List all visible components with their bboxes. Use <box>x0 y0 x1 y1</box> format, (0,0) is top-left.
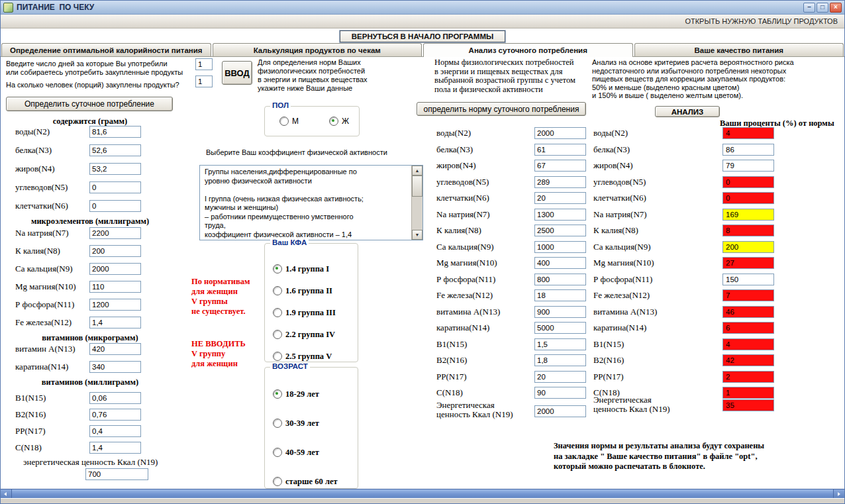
analysis-energy-box[interactable]: 35 <box>722 399 774 411</box>
daily-consumption-button[interactable]: Определить суточное потребление <box>6 97 173 111</box>
field-label: Р фосфора(N11) <box>436 274 534 285</box>
open-products-table-menu-item[interactable]: ОТКРЫТЬ НУЖНУЮ ТАБЛИЦУ ПРОДУКТОВ <box>685 17 838 25</box>
kfa-info-box[interactable]: Группы населения,дифференцированные по у… <box>199 165 423 240</box>
field-input[interactable] <box>89 245 141 257</box>
field-input[interactable] <box>534 257 586 269</box>
radio-label: 30-39 лет <box>285 419 319 428</box>
percent-box[interactable]: 8 <box>722 225 774 236</box>
tab[interactable]: Ваше качество питания <box>634 43 844 56</box>
field-input[interactable] <box>89 442 141 454</box>
field-input[interactable] <box>534 289 586 301</box>
field-input[interactable] <box>534 387 586 399</box>
field-input[interactable] <box>534 127 586 139</box>
close-icon[interactable]: × <box>830 3 842 13</box>
scrollbar-thumb[interactable] <box>412 176 422 197</box>
field-input[interactable] <box>534 160 586 172</box>
percent-box[interactable]: 150 <box>722 274 774 285</box>
field-input[interactable] <box>89 409 141 421</box>
field-input[interactable] <box>534 306 586 318</box>
percent-box[interactable]: 2 <box>722 371 774 383</box>
percent-box[interactable]: 200 <box>722 241 774 253</box>
kfa-radio[interactable]: 1.6 группа II <box>273 285 358 296</box>
norm-energy-label: Энергетическая ценность Ккал (N19) <box>436 401 513 419</box>
field-input[interactable] <box>534 209 586 221</box>
field-input[interactable] <box>89 163 141 175</box>
field-input[interactable] <box>534 144 586 156</box>
tab[interactable]: Анализ суточного потребления <box>423 43 633 57</box>
percent-box[interactable]: 7 <box>722 289 774 301</box>
field-input[interactable] <box>89 227 141 239</box>
percent-box[interactable]: 4 <box>722 127 774 139</box>
field-input[interactable] <box>89 281 141 293</box>
percent-box[interactable]: 1 <box>722 387 774 399</box>
minimize-icon[interactable]: – <box>803 3 815 13</box>
kfa-radio[interactable]: 1.9 группа III <box>273 307 358 318</box>
horizontal-scrollbar[interactable] <box>1 489 844 499</box>
percent-box[interactable]: 169 <box>722 209 774 221</box>
percent-box[interactable]: 4 <box>722 338 774 350</box>
scroll-right-icon[interactable] <box>833 489 844 499</box>
energy-input[interactable] <box>85 468 148 480</box>
field-input[interactable] <box>534 371 586 383</box>
days-input[interactable] <box>195 58 213 70</box>
field-input[interactable] <box>534 354 586 366</box>
field-input[interactable] <box>89 263 141 275</box>
field-input[interactable] <box>89 181 141 193</box>
field-label: B2(N16) <box>436 355 534 366</box>
field-row: PP(N17) <box>436 371 586 383</box>
field-input[interactable] <box>89 343 141 355</box>
percent-box[interactable]: 0 <box>722 192 774 204</box>
norm-button[interactable]: определить норму суточного потребления <box>417 102 586 116</box>
age-groupbox: ВОЗРАСТ 18-29 лет 30-39 лет 4 <box>264 367 358 489</box>
return-to-start-button[interactable]: ВЕРНУТЬСЯ В НАЧАЛО ПРОГРАММЫ <box>340 30 505 42</box>
field-input[interactable] <box>534 322 586 334</box>
field-input[interactable] <box>534 241 586 253</box>
tab[interactable]: Калькуляция продуктов по чекам <box>213 43 422 56</box>
sex-radio[interactable]: Ж <box>329 117 349 126</box>
field-input[interactable] <box>534 176 586 188</box>
analysis-button[interactable]: АНАЛИЗ <box>655 106 720 117</box>
scroll-up-icon[interactable]: ▲ <box>412 166 422 176</box>
field-label: клетчатки(N6) <box>593 193 722 203</box>
kfa-radio[interactable]: 2.2 группа IV <box>273 329 358 340</box>
field-input[interactable] <box>89 317 141 328</box>
kfa-radio[interactable]: 2.5 группа V <box>273 351 358 362</box>
field-input[interactable] <box>534 192 586 204</box>
field-input[interactable] <box>534 225 586 236</box>
enter-button[interactable]: ВВОД <box>222 61 252 85</box>
field-input[interactable] <box>534 274 586 285</box>
field-label: каратина(N14) <box>593 323 722 333</box>
sex-radio[interactable]: М <box>279 117 299 126</box>
field-input[interactable] <box>89 144 141 156</box>
percent-box[interactable]: 6 <box>722 322 774 334</box>
age-radio[interactable]: 40-59 лет <box>273 447 358 458</box>
age-radio[interactable]: старше 60 лет <box>273 476 358 487</box>
scroll-left-icon[interactable] <box>1 489 12 499</box>
tab[interactable]: Определение оптимальной калорийности пит… <box>1 43 211 56</box>
field-input[interactable] <box>89 361 141 373</box>
percent-box[interactable]: 0 <box>722 176 774 188</box>
percent-box[interactable]: 86 <box>722 144 774 156</box>
maximize-icon[interactable]: □ <box>817 3 828 13</box>
kfa-group-title: Ваш КФА <box>270 238 309 246</box>
kfa-radio[interactable]: 1.4 группа I <box>273 264 358 274</box>
field-input[interactable] <box>89 200 141 212</box>
scroll-down-icon[interactable]: ▼ <box>412 230 422 240</box>
persons-input[interactable] <box>195 76 213 87</box>
field-input[interactable] <box>89 425 141 437</box>
field-input[interactable] <box>89 126 141 138</box>
age-radio[interactable]: 30-39 лет <box>273 418 358 428</box>
norm-energy-input[interactable] <box>534 405 586 417</box>
field-input[interactable] <box>89 392 141 404</box>
percent-box[interactable]: 46 <box>722 306 774 318</box>
field-input[interactable] <box>89 299 141 311</box>
percent-box[interactable]: 27 <box>722 257 774 269</box>
field-label: Р фосфора(N11) <box>6 299 89 310</box>
vertical-scrollbar[interactable]: ▲ ▼ <box>411 166 422 240</box>
kfa-groupbox: Ваш КФА 1.4 группа I 1.6 группа II <box>264 243 358 362</box>
field-label: PP(N17) <box>6 426 89 436</box>
percent-box[interactable]: 79 <box>722 160 774 172</box>
age-radio[interactable]: 18-29 лет <box>273 389 358 399</box>
field-input[interactable] <box>534 338 586 350</box>
percent-box[interactable]: 42 <box>722 354 774 366</box>
